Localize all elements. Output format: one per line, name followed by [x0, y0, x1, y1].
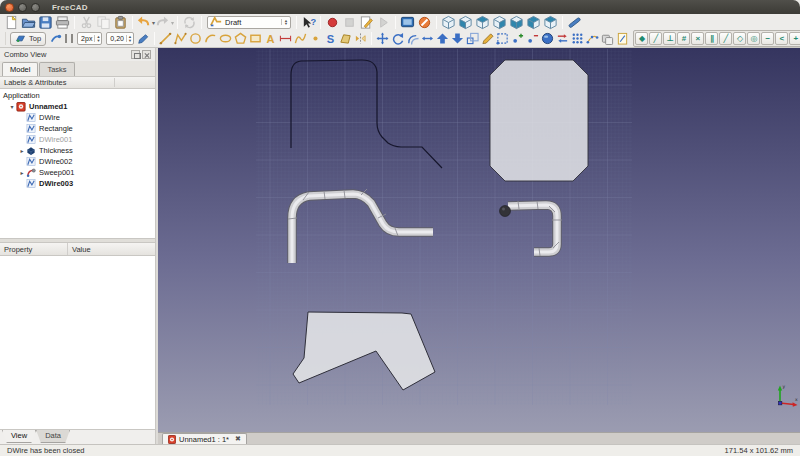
workbench-selector[interactable]: Draft▲▼ — [207, 16, 291, 29]
save-file-button[interactable] — [37, 14, 54, 30]
view-left-button[interactable] — [542, 14, 559, 30]
snap-endpoint-toggle[interactable]: ╱ — [649, 32, 662, 45]
draft-arc-button[interactable] — [203, 31, 218, 46]
float-panel-icon[interactable] — [131, 50, 140, 59]
tree-item-unnamed1[interactable]: ▾Unnamed1 — [0, 101, 155, 112]
view-top-button[interactable] — [474, 14, 491, 30]
abort-button[interactable] — [416, 14, 433, 30]
snap-center-toggle[interactable]: ◇ — [733, 32, 746, 45]
open-file-button[interactable] — [20, 14, 37, 30]
view-front-button[interactable] — [457, 14, 474, 30]
tree-root[interactable]: Application — [0, 90, 155, 101]
undo-button[interactable]: ▾ — [136, 14, 155, 30]
paste-button[interactable] — [112, 14, 129, 30]
tree-item-dwire[interactable]: DWire — [0, 112, 155, 123]
text-scale-spinbox[interactable]: 0,20 ▲▼ — [106, 32, 134, 45]
draft-line-button[interactable] — [158, 31, 173, 46]
macro-record-button[interactable] — [324, 14, 341, 30]
view-bottom-button[interactable] — [525, 14, 542, 30]
draft-shape2dview-button[interactable] — [540, 31, 555, 46]
snap-intersection-toggle[interactable]: × — [691, 32, 704, 45]
tree-item-dwire002[interactable]: DWire002 — [0, 156, 155, 167]
tree-item-dwire001[interactable]: DWire001 — [0, 134, 155, 145]
redo-button[interactable]: ▾ — [155, 14, 174, 30]
snap-lock-toggle[interactable]: ◆ — [635, 32, 648, 45]
draft-drawing-button[interactable] — [615, 31, 630, 46]
close-panel-icon[interactable] — [142, 50, 151, 59]
minimize-button[interactable] — [18, 3, 27, 12]
draft-mirror-button[interactable] — [353, 31, 368, 46]
view-right-button[interactable] — [491, 14, 508, 30]
combo-arrows-icon[interactable]: ▲▼ — [281, 19, 288, 25]
3d-viewport[interactable]: y x — [158, 48, 800, 432]
working-plane-button[interactable]: Top — [10, 32, 46, 46]
draft-upgrade-button[interactable] — [435, 31, 450, 46]
draft-facebinder-button[interactable] — [338, 31, 353, 46]
tab-close-icon[interactable]: ✖ — [235, 435, 241, 443]
tab-model[interactable]: Model — [2, 62, 38, 76]
draft-circle-button[interactable] — [188, 31, 203, 46]
tree-item-sweep001[interactable]: ▸Sweep001 — [0, 167, 155, 178]
tab-data[interactable]: Data — [36, 430, 70, 443]
spinner-arrows-icon[interactable]: ▲▼ — [94, 35, 100, 42]
snap-angle-toggle[interactable]: ◎ — [747, 32, 760, 45]
snap-parallel-toggle[interactable]: ∥ — [705, 32, 718, 45]
tree-item-dwire003[interactable]: DWire003 — [0, 178, 155, 189]
snap-extension-toggle[interactable]: ╱ — [719, 32, 732, 45]
line-color-swatch[interactable] — [65, 34, 67, 43]
view-rear-button[interactable] — [508, 14, 525, 30]
draft-point-button[interactable] — [308, 31, 323, 46]
screenshot-button[interactable] — [399, 14, 416, 30]
model-tree[interactable]: Application ▾Unnamed1DWireRectangleDWire… — [0, 89, 155, 239]
snap-midpoint-toggle[interactable]: − — [761, 32, 774, 45]
draft-offset-button[interactable] — [405, 31, 420, 46]
draft-rotate-button[interactable] — [390, 31, 405, 46]
new-file-button[interactable] — [3, 14, 20, 30]
macro-play-button[interactable] — [375, 14, 392, 30]
collapsed-arrow-icon[interactable]: ▸ — [18, 147, 26, 154]
draft-polygon-button[interactable] — [233, 31, 248, 46]
draft-clone-button[interactable] — [600, 31, 615, 46]
draft-array-button[interactable] — [570, 31, 585, 46]
print-button[interactable] — [54, 14, 71, 30]
face-color-swatch[interactable] — [71, 34, 73, 43]
copy-button[interactable] — [95, 14, 112, 30]
measure-distance-button[interactable] — [566, 14, 583, 30]
tree-item-thickness[interactable]: ▸Thickness — [0, 145, 155, 156]
draft-bspline-button[interactable] — [293, 31, 308, 46]
draft-edit-button[interactable] — [480, 31, 495, 46]
draft-downgrade-button[interactable] — [450, 31, 465, 46]
draft-patharray-button[interactable] — [585, 31, 600, 46]
construction-mode-button[interactable] — [136, 31, 151, 46]
snap-near-toggle[interactable]: < — [775, 32, 788, 45]
document-tab[interactable]: Unnamed1 : 1* ✖ — [162, 433, 247, 444]
property-editor[interactable] — [0, 256, 155, 430]
draft-to-sketch-button[interactable] — [555, 31, 570, 46]
refresh-button[interactable] — [181, 14, 198, 30]
collapsed-arrow-icon[interactable]: ▸ — [18, 169, 26, 176]
macro-stop-button[interactable] — [341, 14, 358, 30]
draft-ellipse-button[interactable] — [218, 31, 233, 46]
expanded-arrow-icon[interactable]: ▾ — [8, 103, 16, 110]
draft-scale-button[interactable] — [465, 31, 480, 46]
draft-addpoint-button[interactable] — [510, 31, 525, 46]
close-button[interactable] — [5, 3, 14, 12]
view-axonometric-button[interactable] — [440, 14, 457, 30]
draft-move-button[interactable] — [375, 31, 390, 46]
macro-edit-button[interactable] — [358, 14, 375, 30]
autogroup-button[interactable] — [48, 31, 63, 46]
whats-this-button[interactable]: ? — [300, 14, 317, 30]
snap-perpendicular-toggle[interactable]: ⊥ — [663, 32, 676, 45]
draft-dimension-button[interactable] — [278, 31, 293, 46]
line-width-spinbox[interactable]: 2px ▲▼ — [77, 32, 102, 45]
tab-view[interactable]: View — [2, 430, 36, 443]
cut-button[interactable] — [78, 14, 95, 30]
maximize-button[interactable] — [31, 3, 40, 12]
tab-tasks[interactable]: Tasks — [39, 62, 74, 76]
draft-trimex-button[interactable] — [420, 31, 435, 46]
draft-wire-button[interactable] — [173, 31, 188, 46]
toolbar-handle[interactable] — [5, 32, 6, 45]
draft-delpoint-button[interactable] — [525, 31, 540, 46]
rectangle-face-shape[interactable] — [490, 60, 588, 181]
snap-ortho-toggle[interactable]: + — [789, 32, 800, 45]
